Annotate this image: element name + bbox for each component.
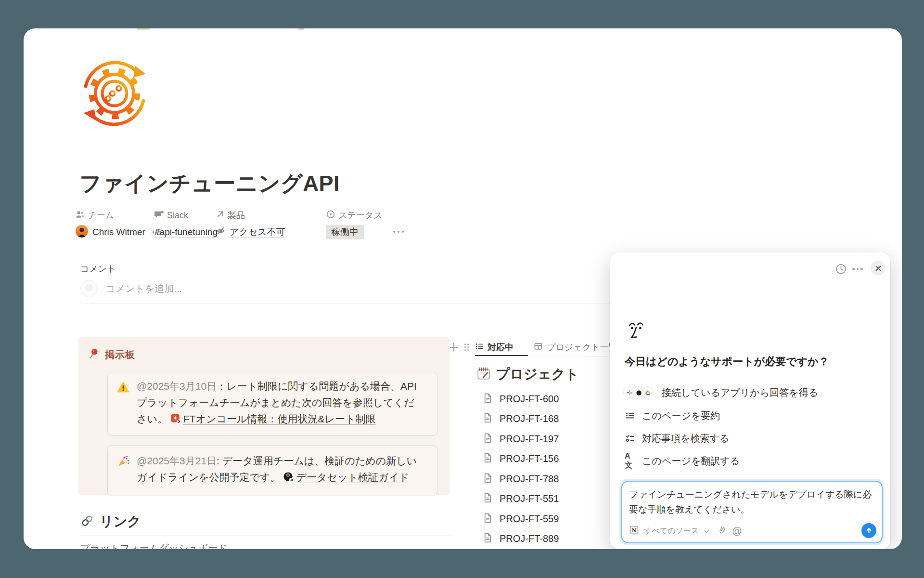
clipped-link-item[interactable]: プラットフォームダッシュボード [80,542,228,549]
history-clock-icon[interactable] [835,263,847,276]
project-row[interactable]: PROJ-FT-889 [483,532,559,545]
callout-dataset-guide[interactable]: @2025年3月21日: データ運用チームは、検証のための新しいガイドラインを公… [107,445,437,496]
callout-link[interactable]: FTオンコール情報：使用状況&レート制限 [183,413,376,424]
property-product-value[interactable]: アクセス不可 [216,225,285,239]
summarize-icon [625,411,635,420]
projects-heading: プロジェクト [476,365,579,383]
mention-icon[interactable]: @ [732,525,742,537]
list-view-icon [475,342,484,353]
projects-title: プロジェクト [496,365,579,383]
links-divider [80,536,452,536]
translate-icon: A文 [625,452,635,471]
project-row[interactable]: PROJ-FT-197 [483,433,559,445]
pinboard-header[interactable]: 掲示板 [88,348,135,361]
project-row[interactable]: PROJ-FT-551 [483,492,559,505]
avatar [76,225,88,240]
slack-link-app-icon [170,413,181,429]
pushpin-icon [88,348,100,361]
people-icon [76,210,84,221]
page-doc-icon [483,513,492,525]
page-doc-icon [483,473,492,485]
callout-rate-limit[interactable]: @2025年3月10日：レート制限に関する問題がある場合、APIプラットフォーム… [107,372,437,436]
drag-handle-icon[interactable] [463,342,470,354]
add-comment-placeholder: コメントを追加... [105,282,182,295]
svg-text:N: N [632,527,637,533]
eight-ball-link-icon: 8 [283,471,294,487]
date-mention[interactable]: @2025年3月21日 [137,455,217,466]
table-view-icon [534,342,543,353]
suggestion-search-tasks[interactable]: 対応事項を検索する [625,430,729,447]
tab-project-list[interactable]: プロジェクト一覧 [534,339,617,355]
status-circle-icon [326,210,335,221]
page-title: ファインチューニングAPI [79,169,340,198]
notion-page-card: ファインチューニングAPI チーム Slack 製品 ステータス Chris W… [24,28,902,549]
page-doc-icon [483,533,492,545]
project-row[interactable]: PROJ-FT-559 [483,512,559,525]
property-slack-label[interactable]: Slack [154,210,188,221]
pinboard-section: 掲示板 @2025年3月10日：レート制限に関する問題がある場合、APIプラット… [78,337,449,495]
property-status-label[interactable]: ステータス [326,210,383,221]
scrolled-content-fragment [298,28,304,30]
suggestion-summarize-page[interactable]: このページを要約 [625,407,720,424]
date-mention[interactable]: @2025年3月10日 [137,381,217,392]
project-row[interactable]: PROJ-FT-156 [483,452,559,465]
ai-prompt-input[interactable]: ファインチューニングされたモデルをデプロイする際に必要な手順を教えてください。 [629,487,877,517]
arrow-up-right-icon [216,210,224,221]
page-doc-icon [483,493,492,505]
page-doc-icon [483,453,492,465]
eye-off-icon [216,226,225,238]
warning-icon [117,381,129,395]
project-row[interactable]: PROJ-FT-788 [483,473,559,485]
ai-greeting: 今日はどのようなサポートが必要ですか？ [625,355,829,369]
project-row[interactable]: PROJ-FT-168 [483,412,559,425]
connected-apps-icons [623,386,654,399]
callout-text: @2025年3月10日：レート制限に関する問題がある場合、APIプラットフォーム… [137,378,418,429]
ai-prompt-box[interactable]: ファインチューニングされたモデルをデプロイする際に必要な手順を教えてください。 … [621,481,883,543]
links-heading: リンク [80,512,141,531]
close-panel-button[interactable] [871,261,886,276]
party-popper-icon [117,455,129,470]
property-status-value[interactable]: 稼働中 [326,225,364,239]
suggestion-connected-apps[interactable]: 接続しているアプリから回答を得る [623,384,818,401]
suggestion-translate-page[interactable]: A文 このページを翻訳する [625,453,740,469]
calendar-icon [476,366,491,382]
notion-source-icon: N [629,525,639,537]
empty-avatar [80,280,98,297]
callout-text: @2025年3月21日: データ運用チームは、検証のための新しいガイドラインを公… [137,453,418,487]
project-row[interactable]: PROJ-FT-600 [483,393,559,405]
link-chain-icon [80,514,94,529]
chat-bubbles-icon [154,210,164,221]
add-view-button[interactable] [449,342,459,354]
task-search-icon [625,434,635,443]
comments-heading: コメント [80,263,116,275]
svg-text:8: 8 [287,473,289,476]
page-gear-icon[interactable] [78,57,151,130]
pinboard-title: 掲示板 [105,348,135,361]
tab-active-in-progress[interactable]: 対応中 [475,339,513,355]
scrolled-content-fragment [137,28,150,30]
property-team-label[interactable]: チーム [76,210,114,221]
chevron-down-icon[interactable] [704,527,709,536]
page-doc-icon [483,413,492,425]
property-product-label[interactable]: 製品 [216,210,245,221]
send-button[interactable] [861,523,876,538]
callout-link[interactable]: データセット検証ガイド [296,472,409,483]
status-badge: 稼働中 [326,225,364,239]
property-team-value[interactable]: Chris Witmer +6 [76,225,161,239]
ai-assistant-panel: 今日はどのようなサポートが必要ですか？ 接続しているアプリから回答を得る このペ… [610,252,890,549]
page-doc-icon [483,393,492,405]
attach-file-icon[interactable] [718,525,727,537]
more-properties-button[interactable] [393,231,404,233]
panel-more-button[interactable] [852,268,863,270]
property-slack-value[interactable]: #api-funetuning [154,225,218,239]
page-doc-icon [483,433,492,445]
ai-face-logo [628,321,645,344]
google-drive-app-icon [642,386,654,399]
add-comment-row[interactable]: コメントを追加... [80,280,182,297]
source-selector[interactable]: すべてのソース [644,526,699,536]
